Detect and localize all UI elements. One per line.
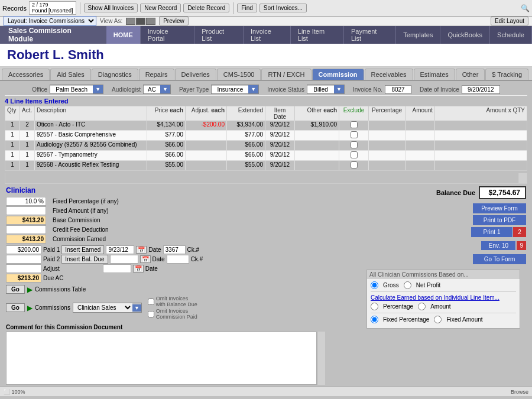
tab-commission[interactable]: Commission [312,69,364,80]
date-of-invoice-input[interactable]: 9/20/2012 [462,85,500,94]
new-record-button[interactable]: New Record [140,4,181,12]
tab-deliveries[interactable]: Deliveries [175,69,216,80]
tab-repairs[interactable]: Repairs [139,69,174,80]
payer-type-arrow-icon[interactable]: ▼ [248,85,258,93]
payer-type-input[interactable]: Insurance [212,86,248,93]
env-button[interactable]: Env. 10 [481,241,515,250]
tab-accessories[interactable]: Accessories [2,69,50,80]
tab-estimates[interactable]: Estimates [414,69,455,80]
office-input[interactable]: Palm Beach [50,86,93,93]
tab-cms1500[interactable]: CMS-1500 [217,69,261,80]
office-arrow-icon[interactable]: ▼ [93,85,103,93]
net-profit-radio[interactable] [404,281,411,289]
insert-earned-button[interactable]: Insert Earned [61,245,104,254]
cell-exclude[interactable] [339,131,369,140]
cell-exclude[interactable] [339,141,369,150]
tab-receivables[interactable]: Receivables [365,69,413,80]
table-row: 1 1 92568 - Acoustic Reflex Testing $55.… [5,161,527,170]
nav-invoice-list[interactable]: Invoice List [244,26,291,44]
cell-qty: 1 [5,121,20,130]
table-scrollbar[interactable] [518,173,527,183]
nav-line-item-list[interactable]: Line Item List [291,26,344,44]
omit-commission-paid-check[interactable] [148,311,154,317]
show-all-invoices-button[interactable]: Show All Invoices [84,4,138,12]
due-input[interactable] [6,274,41,283]
delete-record-button[interactable]: Delete Record [183,4,229,12]
commissions-select-arrow[interactable]: ▼ [132,304,141,312]
nav-product-list[interactable]: Product List [194,26,244,44]
status-bar: ⬜ 100% Browse [0,387,532,396]
paid1-ck-input[interactable] [163,245,186,254]
commissions-select[interactable]: Clinician Sales [73,303,132,312]
exclude-check[interactable] [351,131,358,138]
percentage-radio[interactable] [371,303,378,310]
paid2-input[interactable] [6,255,41,264]
exclude-check[interactable] [351,141,358,148]
nav-invoice-portal[interactable]: Invoice Portal [141,26,194,44]
exclude-check[interactable] [351,151,358,158]
line-items-header: 4 Line Items Entered [5,96,527,106]
go-button-1[interactable]: Go [6,285,25,294]
fixed-pct-input[interactable] [6,197,46,206]
divider1 [371,291,516,292]
tab-other[interactable]: Other [456,69,485,80]
invoice-status-arrow-icon[interactable]: ▼ [334,85,344,93]
detail-view-icon[interactable] [146,18,155,25]
comment-scrollbar[interactable] [317,332,325,385]
fixed-amt-radio[interactable] [434,316,442,323]
paid2-row: Paid 2 Insert Bal. Due 📅 Date Ck.# [6,255,361,264]
nav-payment-list[interactable]: Payment List [344,26,396,44]
insert-bal-due-button[interactable]: Insert Bal. Due [61,255,108,264]
sort-invoices-button[interactable]: Sort Invoices... [259,4,307,12]
paid2-calendar-icon[interactable]: 📅 [140,255,151,263]
cell-exclude[interactable] [339,161,369,170]
preview-form-button[interactable]: Preview Form [473,203,526,213]
tab-diagnostics[interactable]: Diagnostics [92,69,138,80]
list-view-icon[interactable] [126,18,135,25]
paid2-date-input[interactable] [110,255,138,264]
layout-select[interactable]: Layout: Invoice Commissions [4,16,96,26]
nav-templates[interactable]: Templates [396,26,440,44]
paid1-input[interactable] [6,245,41,254]
fixed-pct-radio[interactable] [371,316,378,323]
paid1-calendar-icon[interactable]: 📅 [136,246,147,254]
paid1-date-input[interactable] [106,245,134,254]
adjust-input[interactable] [6,264,41,273]
nav-quickbooks[interactable]: QuickBooks [440,26,490,44]
tab-tracking[interactable]: $ Tracking [485,69,528,80]
exclude-check[interactable] [351,161,358,168]
comm-earned-input[interactable] [6,235,46,244]
go-to-form-button[interactable]: Go To Form [473,254,526,264]
tab-rtn-exch[interactable]: RTN / EXCH [261,69,311,80]
invoice-no-input[interactable]: 8027 [385,85,411,94]
table-row: 1 2 Oticon - Acto - ITC $4,134.00 -$200.… [5,121,527,131]
omit-balance-due-check[interactable] [148,299,154,305]
grid-view-icon[interactable] [136,18,145,25]
paid2-ck-input[interactable] [167,255,189,264]
amount-radio[interactable] [418,303,426,310]
adjust-calendar-icon[interactable]: 📅 [133,265,144,273]
print-to-pdf-button[interactable]: Print to PDF [473,215,526,225]
invoice-status-input[interactable]: Billed [307,86,334,93]
tab-aid-sales[interactable]: Aid Sales [50,69,90,80]
base-comm-input[interactable] [6,216,46,225]
nav-home[interactable]: HOME [106,26,141,44]
cell-exclude[interactable] [339,121,369,130]
exclude-check[interactable] [351,121,358,128]
adjust-date-input[interactable] [103,264,131,273]
credit-fee-input[interactable] [6,225,46,234]
print1-button[interactable]: Print 1 [471,227,512,237]
cell-exclude[interactable] [339,151,369,160]
calculate-link[interactable]: Calculate Earned based on Individual Lin… [371,294,516,301]
audiologist-input[interactable]: AC [144,86,160,93]
edit-layout-button[interactable]: Edit Layout [491,17,528,25]
gross-radio[interactable] [371,281,378,289]
nav-schedule[interactable]: Schedule [490,26,532,44]
print1-num[interactable]: 2 [513,227,526,237]
audiologist-arrow-icon[interactable]: ▼ [160,85,170,93]
comment-textarea[interactable] [6,332,317,385]
find-button[interactable]: Find [237,4,257,12]
preview-button[interactable]: Preview [159,17,189,25]
go-button-2[interactable]: Go [6,303,25,312]
fixed-amt-input[interactable] [6,206,46,215]
